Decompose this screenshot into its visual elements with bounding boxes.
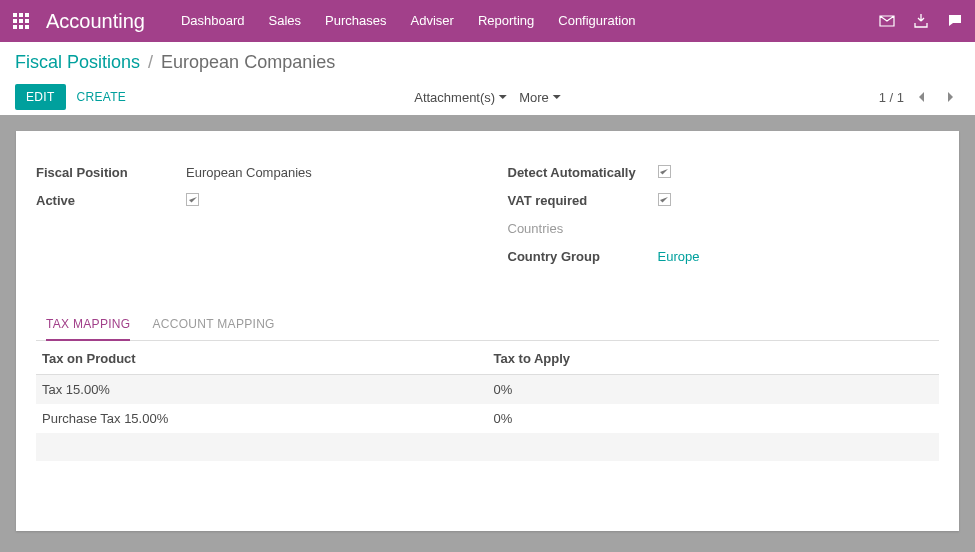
table-row[interactable]: Purchase Tax 15.00% 0% bbox=[36, 404, 939, 433]
cell-tax-on-product: Purchase Tax 15.00% bbox=[36, 404, 488, 433]
caret-down-icon bbox=[553, 95, 561, 99]
fiscal-position-label: Fiscal Position bbox=[36, 165, 186, 180]
tab-tax-mapping[interactable]: TAX MAPPING bbox=[46, 311, 130, 341]
table-header-row: Tax on Product Tax to Apply bbox=[36, 341, 939, 375]
breadcrumb: Fiscal Positions / European Companies bbox=[15, 52, 960, 73]
svg-rect-7 bbox=[19, 25, 23, 29]
active-checkbox[interactable] bbox=[186, 193, 199, 206]
col-tax-to-apply: Tax to Apply bbox=[488, 341, 940, 375]
fiscal-position-value: European Companies bbox=[186, 165, 468, 180]
tax-mapping-table: Tax on Product Tax to Apply Tax 15.00% 0… bbox=[36, 341, 939, 461]
apps-menu-icon[interactable] bbox=[0, 0, 42, 42]
country-group-label: Country Group bbox=[508, 249, 658, 264]
detect-checkbox[interactable] bbox=[658, 165, 671, 178]
attachments-label: Attachment(s) bbox=[414, 90, 495, 105]
field-country-group: Country Group Europe bbox=[508, 243, 940, 269]
toolbar: EDIT CREATE Attachment(s) More 1 / 1 bbox=[15, 79, 960, 115]
field-fiscal-position: Fiscal Position European Companies bbox=[36, 159, 468, 185]
form-sheet: Fiscal Position European Companies Activ… bbox=[16, 131, 959, 531]
svg-rect-6 bbox=[13, 25, 17, 29]
vat-value bbox=[658, 193, 940, 208]
vat-label: VAT required bbox=[508, 193, 658, 208]
control-strip: Fiscal Positions / European Companies ED… bbox=[0, 42, 975, 115]
more-label: More bbox=[519, 90, 549, 105]
table-row-empty bbox=[36, 433, 939, 461]
tab-account-mapping[interactable]: ACCOUNT MAPPING bbox=[152, 311, 274, 341]
pager-text: 1 / 1 bbox=[879, 90, 904, 105]
breadcrumb-parent[interactable]: Fiscal Positions bbox=[15, 52, 140, 73]
svg-rect-5 bbox=[25, 19, 29, 23]
more-dropdown[interactable]: More bbox=[519, 90, 561, 105]
form-col-left: Fiscal Position European Companies Activ… bbox=[36, 159, 468, 271]
mail-icon[interactable] bbox=[879, 13, 895, 29]
field-detect-automatically: Detect Automatically bbox=[508, 159, 940, 185]
pager-next[interactable] bbox=[940, 87, 960, 107]
country-group-link[interactable]: Europe bbox=[658, 249, 700, 264]
svg-rect-8 bbox=[25, 25, 29, 29]
login-icon[interactable] bbox=[913, 13, 929, 29]
field-active: Active bbox=[36, 187, 468, 213]
vat-checkbox[interactable] bbox=[658, 193, 671, 206]
table-row[interactable]: Tax 15.00% 0% bbox=[36, 375, 939, 405]
nav-purchases[interactable]: Purchases bbox=[313, 0, 398, 42]
cell-tax-to-apply: 0% bbox=[488, 404, 940, 433]
app-title[interactable]: Accounting bbox=[46, 10, 145, 33]
attachments-dropdown[interactable]: Attachment(s) bbox=[414, 90, 507, 105]
svg-rect-2 bbox=[25, 13, 29, 17]
field-vat-required: VAT required bbox=[508, 187, 940, 213]
nav-adviser[interactable]: Adviser bbox=[399, 0, 466, 42]
col-tax-on-product: Tax on Product bbox=[36, 341, 488, 375]
detect-label: Detect Automatically bbox=[508, 165, 658, 180]
nav-dashboard[interactable]: Dashboard bbox=[169, 0, 257, 42]
active-value bbox=[186, 193, 468, 208]
cell-tax-on-product: Tax 15.00% bbox=[36, 375, 488, 405]
nav-items: Dashboard Sales Purchases Adviser Report… bbox=[169, 0, 648, 42]
nav-reporting[interactable]: Reporting bbox=[466, 0, 546, 42]
active-label: Active bbox=[36, 193, 186, 208]
svg-rect-0 bbox=[13, 13, 17, 17]
breadcrumb-sep: / bbox=[148, 52, 153, 73]
form-columns: Fiscal Position European Companies Activ… bbox=[36, 159, 939, 271]
create-button[interactable]: CREATE bbox=[66, 84, 138, 110]
svg-rect-1 bbox=[19, 13, 23, 17]
nav-sales[interactable]: Sales bbox=[257, 0, 314, 42]
nav-configuration[interactable]: Configuration bbox=[546, 0, 647, 42]
tabs: TAX MAPPING ACCOUNT MAPPING bbox=[36, 311, 939, 341]
countries-label: Countries bbox=[508, 221, 658, 236]
edit-button[interactable]: EDIT bbox=[15, 84, 66, 110]
toolbar-center: Attachment(s) More bbox=[414, 90, 561, 105]
caret-down-icon bbox=[499, 95, 507, 99]
pager-prev[interactable] bbox=[912, 87, 932, 107]
chat-icon[interactable] bbox=[947, 13, 963, 29]
navbar: Accounting Dashboard Sales Purchases Adv… bbox=[0, 0, 975, 42]
sheet-wrap: Fiscal Position European Companies Activ… bbox=[0, 115, 975, 547]
detect-value bbox=[658, 165, 940, 180]
navbar-right bbox=[879, 13, 963, 29]
form-col-right: Detect Automatically VAT required bbox=[508, 159, 940, 271]
pager: 1 / 1 bbox=[879, 87, 960, 107]
svg-rect-3 bbox=[13, 19, 17, 23]
field-countries: Countries bbox=[508, 215, 940, 241]
svg-rect-4 bbox=[19, 19, 23, 23]
cell-tax-to-apply: 0% bbox=[488, 375, 940, 405]
country-group-value: Europe bbox=[658, 249, 940, 264]
breadcrumb-current: European Companies bbox=[161, 52, 335, 73]
